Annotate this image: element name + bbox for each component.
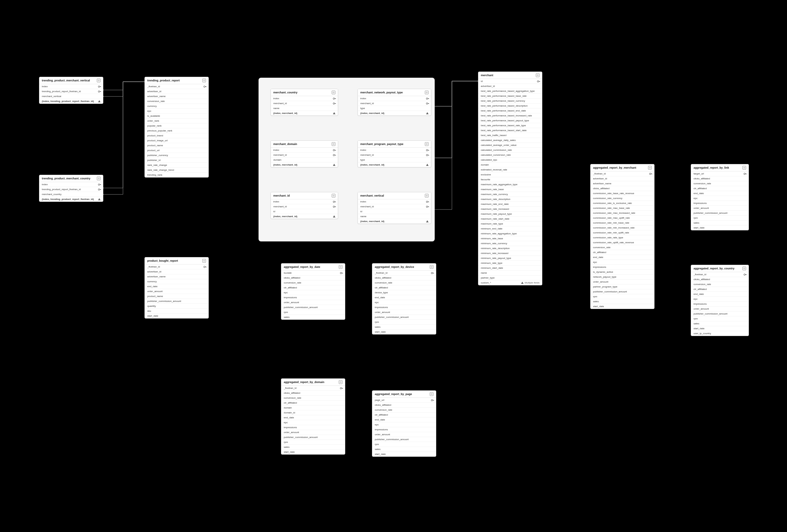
column-row[interactable]: publisher_commission_amount <box>591 289 654 294</box>
column-row[interactable]: best_rate_performance_based_start_date <box>478 128 542 133</box>
column-row[interactable]: is_available <box>145 114 208 118</box>
column-row[interactable]: merchant_id <box>271 204 338 209</box>
column-row[interactable]: network_payout_type <box>591 274 654 280</box>
column-row[interactable]: maximum_rate_increased <box>478 207 542 212</box>
column-row[interactable]: best_rate_performance_based_increased_ra… <box>478 113 542 118</box>
column-row[interactable]: _fivetran_id <box>372 271 436 275</box>
column-row[interactable]: best_rate_traffic_based <box>478 133 542 138</box>
column-row[interactable]: minimum_end_date <box>478 226 542 231</box>
column-row[interactable]: commission_rate_uplift_rate_revenue <box>591 240 654 245</box>
column-row[interactable]: index <box>358 96 431 101</box>
column-row[interactable]: index <box>271 148 338 153</box>
column-row[interactable]: merchant_vertical <box>39 94 103 99</box>
column-row[interactable]: commission_rate_max_uplift_rate <box>591 216 654 221</box>
column-row[interactable]: order_amount <box>372 310 436 315</box>
column-row[interactable]: _fivetran_id <box>691 272 749 277</box>
column-row[interactable]: calculated_average_daily_sales <box>478 138 542 143</box>
column-row[interactable]: (index, trending_product_report_fivetran… <box>39 197 103 201</box>
column-row[interactable]: merchant_id <box>358 101 431 106</box>
column-row[interactable]: commission_rate_min_uplift_rate <box>591 230 654 235</box>
column-row[interactable]: product_image_url <box>145 138 208 143</box>
column-row[interactable]: index <box>39 182 103 187</box>
column-row[interactable]: sales <box>691 321 749 326</box>
column-row[interactable]: ctr_affiliated <box>372 413 436 417</box>
column-row[interactable]: impressions <box>372 427 436 432</box>
column-row[interactable]: isodate <box>281 271 345 275</box>
column-row[interactable]: rpm <box>281 310 345 315</box>
column-row[interactable]: type <box>358 106 431 111</box>
column-row[interactable]: sales <box>372 447 436 452</box>
column-row[interactable]: maximum_rate_type <box>478 221 542 226</box>
table-aggregated_report_by_link[interactable]: aggregated_report_by_linktarget_urlclick… <box>691 164 749 230</box>
column-row[interactable]: publisher_commission_amount <box>281 435 345 440</box>
column-row[interactable]: rpm <box>691 316 749 321</box>
column-row[interactable]: order_amount <box>372 432 436 437</box>
column-row[interactable]: (index, trending_product_report_fivetran… <box>39 99 103 104</box>
column-row[interactable]: impressions <box>591 265 654 270</box>
column-row[interactable]: start_date <box>281 450 345 454</box>
column-row[interactable]: epc <box>372 300 436 305</box>
column-row[interactable]: ctr_affiliated <box>281 285 345 290</box>
column-row[interactable]: start_date <box>372 452 436 457</box>
table-merchant_network_payout_type[interactable]: merchant_network_payout_typeindexmerchan… <box>358 89 431 116</box>
table-aggregated_report_by_device[interactable]: aggregated_report_by_device_fivetran_idc… <box>372 263 436 334</box>
column-row[interactable]: minimum_rate_increased <box>478 251 542 256</box>
column-row[interactable]: publisher_commission_amount <box>372 315 436 320</box>
column-row[interactable]: partner_program_type <box>591 284 654 289</box>
column-row[interactable]: advertiser_id <box>145 89 208 94</box>
column-row[interactable]: rpm <box>691 216 749 221</box>
column-row[interactable]: type <box>358 158 431 162</box>
column-row[interactable]: _fivetran_id <box>281 386 345 391</box>
table-trending_product_merchant_country[interactable]: trending_product_merchant_countryindextr… <box>39 175 103 202</box>
column-row[interactable]: conversion_rate <box>372 281 436 285</box>
column-row[interactable]: minimum_rate_aggregation_type <box>478 231 542 236</box>
column-row[interactable]: end_date <box>691 191 749 196</box>
table-aggregated_report_by_page[interactable]: aggregated_report_by_pagepage_urlclicks_… <box>372 391 436 457</box>
column-row[interactable]: popular_rank <box>145 124 208 128</box>
column-row[interactable]: clicks_affiliated <box>691 277 749 282</box>
column-row[interactable]: custom_*Multiple fields <box>478 281 542 285</box>
table-trending_product_merchant_vertical[interactable]: trending_product_merchant_verticalindext… <box>39 77 103 104</box>
column-row[interactable]: epc <box>281 420 345 425</box>
column-row[interactable]: commission_rate_min_increased_rate <box>591 225 654 230</box>
column-row[interactable]: trending_product_report_fivetran_id <box>39 89 103 94</box>
column-row[interactable]: ctr_affiliated <box>281 401 345 405</box>
column-row[interactable]: epc <box>691 297 749 302</box>
column-row[interactable]: product_name <box>145 143 208 148</box>
column-row[interactable]: _fivetran_id <box>591 171 654 176</box>
column-row[interactable]: clicks_affiliated <box>281 275 345 281</box>
column-row[interactable]: impressions <box>372 305 436 310</box>
column-row[interactable]: product_name <box>145 294 208 299</box>
column-row[interactable]: product_url <box>145 148 208 153</box>
column-row[interactable]: name <box>478 271 542 275</box>
column-row[interactable]: start_date <box>691 326 749 331</box>
column-row[interactable]: index <box>39 84 103 89</box>
column-row[interactable]: publisher_commission_amount <box>281 305 345 310</box>
column-row[interactable]: sales <box>281 445 345 450</box>
column-row[interactable]: currency <box>145 279 208 284</box>
column-row[interactable]: estimated_reversal_rate <box>478 168 542 172</box>
column-row[interactable]: maximum_rate_aggregation_type <box>478 182 542 187</box>
column-row[interactable]: maximum_rate_end_date <box>478 202 542 207</box>
table-product_bought_report[interactable]: product_bought_report_fivetran_idadverti… <box>145 257 209 318</box>
column-row[interactable]: best_rate_performance_based_end_date <box>478 108 542 113</box>
column-row[interactable]: best_rate_performance_based_description <box>478 104 542 108</box>
column-row[interactable]: order_amount <box>691 206 749 211</box>
column-row[interactable]: advertiser_id <box>145 269 208 274</box>
column-row[interactable]: _fivetran_id <box>145 264 208 269</box>
column-row[interactable]: start_date <box>145 314 208 318</box>
column-row[interactable]: conversion_rate <box>691 282 749 287</box>
column-row[interactable]: calculated_commission_rate <box>478 148 542 153</box>
column-row[interactable]: order_rank <box>145 118 208 124</box>
column-row[interactable]: (index, merchant_id) <box>358 111 431 115</box>
column-row[interactable]: advertiser_id <box>478 84 542 89</box>
column-row[interactable]: minimum_rate_description <box>478 246 542 251</box>
table-merchant_country[interactable]: merchant_countryindexmerchant_idname(ind… <box>271 89 338 116</box>
column-row[interactable]: advertiser_name <box>145 94 208 99</box>
column-row[interactable]: sales <box>691 221 749 225</box>
table-merchant[interactable]: merchantidadvertiser_idbest_rate_perform… <box>478 71 542 285</box>
column-row[interactable]: exclusive <box>478 172 542 177</box>
column-row[interactable]: commission_rate_base_rate_revenue <box>591 191 654 196</box>
column-row[interactable]: maximum_rate_description <box>478 197 542 202</box>
column-row[interactable]: maximum_rate_start_date <box>478 217 542 221</box>
